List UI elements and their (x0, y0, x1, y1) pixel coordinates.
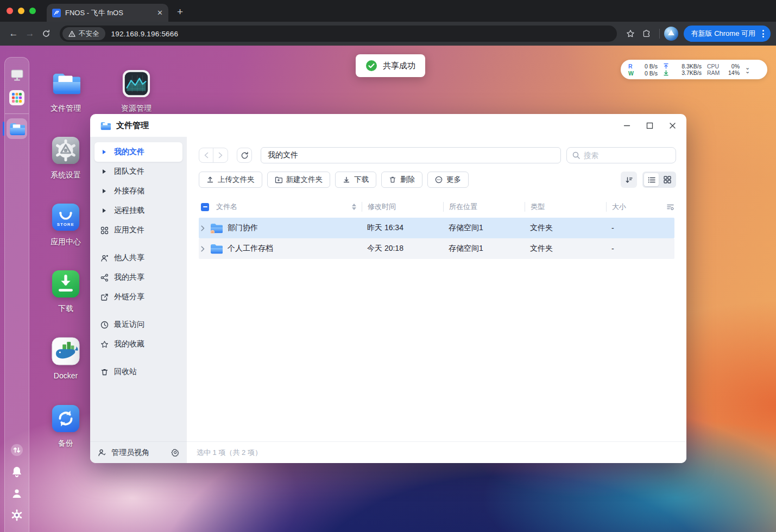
security-label: 不安全 (79, 29, 99, 39)
ram-value: 14% (723, 69, 740, 76)
sidebar-item-recent[interactable]: 最近访问 (94, 315, 182, 334)
sidebar-item-favorites[interactable]: 我的收藏 (94, 334, 182, 354)
dock-user-button[interactable] (9, 485, 25, 502)
sidebar-item-external-links[interactable]: 外链分享 (94, 287, 182, 307)
circle-ellipsis-icon (435, 176, 443, 183)
file-modified: 昨天 16:34 (362, 223, 443, 233)
desktop-icon-resource-monitor[interactable]: 资源管理 (110, 69, 162, 113)
system-stats-widget[interactable]: R0 B/s W0 B/s 8.3KB/s 3.7KB/s CPU0% RAM1… (621, 60, 767, 79)
sidebar-item-remote-mount[interactable]: 远程挂载 (94, 201, 182, 220)
gear-icon (10, 509, 23, 522)
sidebar-item-label: 他人共享 (114, 253, 144, 263)
forward-icon[interactable]: → (22, 26, 38, 42)
sidebar-item-app-files[interactable]: 应用文件 (94, 220, 182, 240)
tree-arrow-icon[interactable] (100, 208, 109, 213)
sidebar-item-shared-by-others[interactable]: 他人共享 (94, 248, 182, 268)
file-type: 文件夹 (525, 223, 606, 233)
tree-arrow-icon[interactable] (100, 149, 109, 155)
minimize-icon[interactable] (622, 121, 631, 130)
upload-folder-button[interactable]: 上传文件夹 (199, 172, 262, 188)
sidebar-item-label: 应用文件 (114, 225, 144, 235)
bookmark-star-icon[interactable] (622, 26, 639, 42)
close-icon[interactable] (668, 121, 677, 130)
monitor-icon (10, 68, 24, 82)
file-manager-window: 文件管理 我的文件 团队文件 (90, 114, 686, 463)
tree-arrow-icon[interactable] (100, 169, 109, 174)
desktop-icon-file-manager[interactable]: 文件管理 (40, 69, 92, 113)
dock-settings-button[interactable] (9, 507, 25, 523)
desktop-icon-docker[interactable]: Docker (40, 337, 92, 380)
browser-toolbar: ← → 不安全 192.168.9.196:5666 有新版 Chrome 可用 (0, 22, 776, 46)
file-location: 存储空间1 (443, 244, 525, 254)
column-header-size[interactable]: 大小 (606, 202, 660, 212)
address-bar[interactable]: 不安全 192.168.9.196:5666 (60, 26, 617, 42)
cpu-value: 0% (723, 63, 740, 69)
row-expand-chevron[interactable] (201, 225, 205, 231)
extensions-icon[interactable] (639, 26, 655, 42)
tree-arrow-icon[interactable] (100, 188, 109, 194)
dock-desktop-button[interactable] (7, 65, 27, 85)
grid-view-button[interactable] (660, 173, 674, 186)
delete-button[interactable]: 删除 (381, 172, 422, 188)
minimize-window-button[interactable] (18, 8, 24, 14)
row-expand-chevron[interactable] (201, 246, 205, 252)
column-header-location[interactable]: 所在位置 (443, 202, 525, 212)
download-button[interactable]: 下载 (335, 172, 376, 188)
column-settings-icon[interactable] (666, 203, 674, 211)
fullscreen-window-button[interactable] (29, 8, 36, 14)
tab-title: FNOS - 飞牛 fnOS (65, 8, 153, 18)
security-chip[interactable]: 不安全 (62, 27, 105, 40)
dock-file-manager-button[interactable] (7, 118, 27, 139)
desktop-icon-downloads[interactable]: 下载 (40, 269, 92, 314)
sidebar-item-external-storage[interactable]: 外接存储 (94, 181, 182, 201)
dock-transfer-button[interactable] (9, 442, 25, 458)
folder-plus-icon (275, 176, 282, 183)
stats-expand-icon[interactable]: ⌄⌄ (745, 66, 750, 73)
desktop-icon-backup[interactable]: 备份 (40, 404, 92, 448)
desktop-icon-label: 应用中心 (51, 237, 81, 247)
new-folder-button[interactable]: 新建文件夹 (267, 172, 331, 188)
sidebar-item-my-files[interactable]: 我的文件 (94, 142, 182, 162)
browser-tab[interactable]: FNOS - 飞牛 fnOS ✕ (47, 4, 168, 22)
refresh-button[interactable] (237, 148, 252, 163)
maximize-icon[interactable] (645, 121, 654, 130)
download-app-icon (51, 269, 80, 299)
dock-notifications-button[interactable] (9, 464, 25, 480)
tab-close-icon[interactable]: ✕ (157, 9, 163, 17)
select-all-checkbox[interactable] (201, 203, 209, 211)
back-icon[interactable]: ← (5, 26, 22, 42)
close-window-button[interactable] (7, 8, 13, 14)
table-row[interactable]: 个人工作存档 今天 20:18 存储空间1 文件夹 - (199, 238, 674, 259)
sidebar-settings-gear-icon[interactable] (171, 448, 179, 457)
sidebar-item-team-files[interactable]: 团队文件 (94, 162, 182, 181)
sort-button[interactable] (621, 172, 637, 188)
trash-icon (389, 176, 396, 183)
sidebar-item-recycle-bin[interactable]: 回收站 (94, 362, 182, 382)
search-input[interactable] (584, 151, 670, 160)
sort-arrows-icon[interactable] (352, 204, 356, 210)
column-header-modified[interactable]: 修改时间 (362, 202, 443, 212)
browser-menu-icon[interactable] (760, 30, 766, 37)
admin-view-switcher[interactable]: 管理员视角 (90, 441, 187, 463)
new-tab-button[interactable]: + (177, 6, 183, 18)
reload-icon[interactable] (38, 26, 54, 42)
window-titlebar[interactable]: 文件管理 (90, 114, 686, 137)
bell-icon (10, 465, 23, 478)
desktop-icon-app-center[interactable]: STORE 应用中心 (40, 202, 92, 247)
nav-back-icon[interactable] (199, 148, 213, 162)
column-header-type[interactable]: 类型 (525, 202, 606, 212)
more-button[interactable]: 更多 (427, 172, 469, 188)
chrome-update-button[interactable]: 有新版 Chrome 可用 (684, 26, 771, 42)
profile-avatar[interactable] (664, 27, 678, 41)
table-row[interactable]: 部门协作 昨天 16:34 存储空间1 文件夹 - (199, 218, 674, 238)
nav-forward-icon[interactable] (213, 148, 228, 162)
desktop-icon-system-settings[interactable]: 系统设置 (40, 136, 92, 180)
dock-app-grid-button[interactable] (7, 87, 27, 108)
column-header-name[interactable]: 文件名 (216, 202, 237, 212)
list-view-button[interactable] (644, 173, 659, 186)
sidebar-item-my-shares[interactable]: 我的共享 (94, 268, 182, 287)
path-input[interactable] (261, 147, 561, 163)
selection-status: 选中 1 项（共 2 项） (197, 448, 262, 458)
search-box[interactable] (566, 147, 676, 163)
fnos-desktop: 文件管理 资源管理 系统设置 (0, 46, 776, 532)
